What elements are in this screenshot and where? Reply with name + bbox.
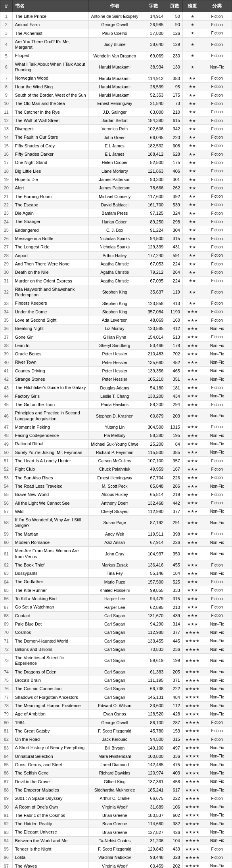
cell-difficulty: ★★ [182, 235, 202, 243]
cell-num: 48 [0, 431, 13, 440]
cell-words: 91,224 [141, 226, 166, 234]
cell-words: 105,210 [141, 375, 166, 383]
cell-num: 17 [0, 158, 13, 167]
cell-num: 32 [0, 285, 13, 299]
cell-num: 47 [0, 423, 13, 431]
cell-pages: 428 [166, 710, 183, 718]
cell-title: The Old Man and the Sea [12, 99, 88, 108]
cell-words: 60,459 [141, 862, 166, 868]
cell-genre: Fiction [202, 141, 232, 150]
cell-num: 93 [0, 828, 13, 836]
cell-author: Jordan Belfort [88, 116, 141, 124]
table-row: 94Between the World and MeTa-Nehisi Coat… [0, 836, 232, 845]
cell-num: 51 [0, 457, 13, 465]
cell-genre: Fiction [202, 116, 232, 124]
cell-difficulty: ★★★ [182, 578, 202, 586]
cell-words: 53,466 [141, 341, 166, 349]
cell-author: Jared Diamond [88, 761, 141, 769]
cell-author: Harper Lee [88, 603, 141, 611]
cell-difficulty: ★★ [182, 209, 202, 217]
table-row: 92The Hidden RealityBrian Greene114,6603… [0, 820, 232, 828]
cell-author: Carl Sagan [88, 693, 141, 701]
cell-pages: 628 [166, 150, 183, 158]
cell-difficulty: ★★★★ [182, 645, 202, 653]
cell-difficulty: ★★★★ [182, 718, 202, 727]
cell-title: The Demon-Haunted World [12, 637, 88, 645]
cell-difficulty: ★★★ [182, 341, 202, 349]
col-header-difficulty: 难度 [182, 0, 202, 12]
cell-genre: Fiction [202, 192, 232, 200]
cell-words: 67,095 [141, 277, 166, 285]
cell-pages: 50 [166, 12, 183, 21]
cell-genre: Fiction [202, 316, 232, 324]
cell-words: 49,959 [141, 465, 166, 473]
cell-genre: Fiction [202, 82, 232, 91]
table-row: 17One Night StandHelen Cooper52,500175★★… [0, 158, 232, 167]
cell-author: Gilbert King [88, 777, 141, 786]
cell-pages: 431 [166, 243, 183, 251]
cell-words: 129,843 [141, 845, 166, 853]
cell-num: 10 [0, 99, 13, 108]
cell-num: 95 [0, 845, 13, 853]
cell-num: 19 [0, 175, 13, 183]
cell-title: If I'm So Wonderful, Why Am I Still Sing… [12, 516, 88, 530]
cell-author: Carl Sagan [88, 637, 141, 645]
cell-genre: Fiction [202, 299, 232, 307]
table-row: 47Moment in PekingYutang Lin304,5001015★… [0, 423, 232, 431]
table-row: 801984George Orwell86,100287★★★★Fiction [0, 718, 232, 727]
cell-title: Brave New World [12, 490, 88, 499]
cell-genre: Non-Fic [202, 375, 232, 383]
cell-difficulty: ★★ [182, 243, 202, 251]
cell-genre: Fiction [202, 611, 232, 620]
cell-difficulty: ★★★ [182, 383, 202, 392]
cell-difficulty: ★★ [182, 108, 202, 116]
cell-difficulty: ★★ [182, 268, 202, 277]
cell-genre: Non-Fic [202, 761, 232, 769]
col-header-words: 字数 [141, 0, 166, 12]
cell-title: The Stranger [12, 217, 88, 226]
cell-pages: 403 [166, 769, 183, 777]
cell-title: What I Talk About When I Talk About Runn… [12, 60, 88, 74]
cell-genre: Fiction [202, 243, 232, 251]
cell-genre: Fiction [202, 530, 232, 538]
cell-words: 66,675 [141, 794, 166, 803]
cell-genre: Non-Fic [202, 628, 232, 637]
cell-title: A Short History of Nearly Everything [12, 744, 88, 752]
table-row: 36Breaking NightLiz Murray123,585412★★★N… [0, 324, 232, 333]
cell-genre: Non-Fic [202, 358, 232, 366]
cell-pages: 226 [166, 538, 183, 547]
cell-num: 8 [0, 82, 13, 91]
cell-genre: Non-Fic [202, 685, 232, 693]
cell-genre: Non-Fic [202, 777, 232, 786]
cell-difficulty: ★★ [182, 116, 202, 124]
cell-author: Brian Greene [88, 828, 141, 836]
cell-num: 46 [0, 409, 13, 423]
table-row: 49Rational RitualMichael Suk-Young Chwe2… [0, 440, 232, 448]
cell-pages: 413 [166, 299, 183, 307]
cell-author: John Green [88, 133, 141, 141]
cell-title: The Wolf of Wall Street [12, 116, 88, 124]
cell-author: Anthony Doerr [88, 499, 141, 507]
table-row: 24The StrangerHarlan Coben89,250298★★Fic… [0, 217, 232, 226]
cell-difficulty: ★★ [182, 99, 202, 108]
cell-title: Finders Keepers [12, 299, 88, 307]
cell-pages: 434 [166, 392, 183, 400]
table-row: 56All the Light We Cannot SeeAnthony Doe… [0, 499, 232, 507]
cell-words: 157,500 [141, 578, 166, 586]
cell-pages: 371 [166, 676, 183, 685]
cell-genre: Non-Fic [202, 482, 232, 490]
cell-author: Douglas Adams [88, 383, 141, 392]
cell-genre: Fiction [202, 400, 232, 408]
cell-genre: Non-Fic [202, 341, 232, 349]
cell-words: 94,290 [141, 620, 166, 628]
cell-difficulty: ★★★★ [182, 862, 202, 868]
cell-num: 43 [0, 383, 13, 392]
cell-pages: 95 [166, 82, 183, 91]
cell-pages: 184 [166, 569, 183, 578]
cell-num: 79 [0, 710, 13, 718]
cell-num: 64 [0, 578, 13, 586]
cell-pages: 539 [166, 200, 183, 209]
table-row: 52Fight ClubChuck Palahniuk49,959167★★★F… [0, 465, 232, 473]
cell-pages: 702 [166, 350, 183, 358]
cell-author: Stephen D. Krashen [88, 409, 141, 423]
